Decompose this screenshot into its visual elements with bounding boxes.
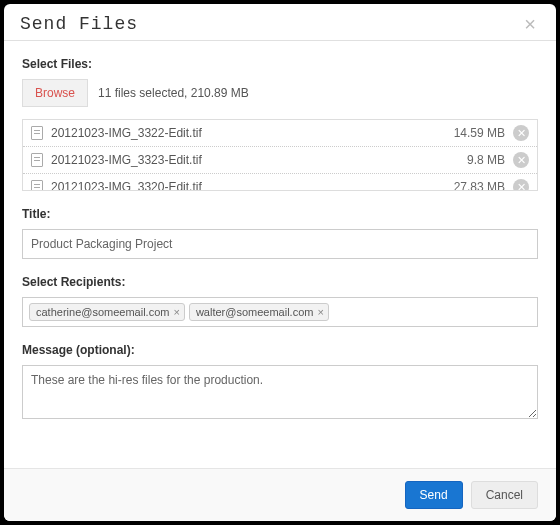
recipient-chip: catherine@someemail.com × [29,303,185,321]
file-icon [31,153,43,167]
close-icon[interactable]: × [520,14,540,34]
recipients-input[interactable]: catherine@someemail.com × walter@someema… [22,297,538,327]
file-size: 9.8 MB [467,153,505,167]
title-label: Title: [22,207,538,221]
remove-file-icon[interactable]: ✕ [513,179,529,191]
remove-recipient-icon[interactable]: × [173,306,179,318]
remove-file-icon[interactable]: ✕ [513,125,529,141]
file-name: 20121023-IMG_3320-Edit.tif [51,180,454,191]
recipient-chip: walter@someemail.com × [189,303,329,321]
recipient-email: catherine@someemail.com [36,306,169,318]
file-name: 20121023-IMG_3322-Edit.tif [51,126,454,140]
dialog-footer: Send Cancel [4,468,556,521]
recipients-label: Select Recipients: [22,275,538,289]
file-size: 14.59 MB [454,126,505,140]
browse-button[interactable]: Browse [22,79,88,107]
dialog-header: Send Files × [4,4,556,41]
send-files-dialog: Send Files × Select Files: Browse 11 fil… [4,4,556,521]
message-textarea[interactable] [22,365,538,419]
file-size: 27.83 MB [454,180,505,191]
message-label: Message (optional): [22,343,538,357]
send-button[interactable]: Send [405,481,463,509]
file-icon [31,180,43,191]
file-row: 20121023-IMG_3323-Edit.tif 9.8 MB ✕ [23,147,537,174]
remove-file-icon[interactable]: ✕ [513,152,529,168]
remove-recipient-icon[interactable]: × [317,306,323,318]
browse-row: Browse 11 files selected, 210.89 MB [22,79,538,107]
dialog-title: Send Files [20,14,138,34]
recipient-email: walter@someemail.com [196,306,314,318]
select-files-label: Select Files: [22,57,538,71]
file-row: 20121023-IMG_3322-Edit.tif 14.59 MB ✕ [23,120,537,147]
file-name: 20121023-IMG_3323-Edit.tif [51,153,467,167]
file-row: 20121023-IMG_3320-Edit.tif 27.83 MB ✕ [23,174,537,191]
file-icon [31,126,43,140]
dialog-body: Select Files: Browse 11 files selected, … [4,41,556,468]
cancel-button[interactable]: Cancel [471,481,538,509]
file-list[interactable]: 20121023-IMG_3322-Edit.tif 14.59 MB ✕ 20… [22,119,538,191]
title-input[interactable] [22,229,538,259]
files-summary: 11 files selected, 210.89 MB [98,86,249,100]
